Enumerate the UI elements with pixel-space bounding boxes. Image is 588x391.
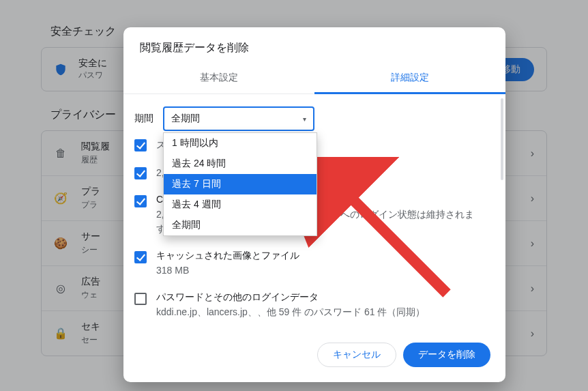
clear-browsing-data-dialog: 閲覧履歴データを削除 基本設定 詳細設定 期間 全期間 1 時間以内過去 24 … [123,27,505,382]
clear-option-row: キャッシュされた画像とファイル318 MB [134,250,488,278]
time-range-option[interactable]: 過去 4 週間 [164,194,317,215]
time-range-option[interactable]: 1 時間以内 [164,133,317,154]
dialog-footer: キャンセル データを削除 [123,333,505,382]
clear-option-sub: 318 MB [156,263,299,278]
time-range-label: 期間 [134,113,153,125]
time-range-option[interactable]: 過去 24 時間 [164,154,317,174]
clear-option-checkbox[interactable] [134,139,147,151]
clear-option-row: パスワードとその他のログインデータkddi.ne.jp、lancers.jp、、… [134,291,488,319]
scrollbar[interactable] [501,98,503,333]
dialog-tabs: 基本設定 詳細設定 [123,65,505,94]
time-range-option[interactable]: 過去 7 日間 [164,174,317,194]
cancel-button[interactable]: キャンセル [317,343,396,367]
clear-option-checkbox[interactable] [134,293,147,305]
clear-option-title: パスワードとその他のログインデータ [156,291,425,304]
dialog-body: 期間 全期間 1 時間以内過去 24 時間過去 7 日間過去 4 週間全期間 ス… [123,94,505,333]
time-range-dropdown: 1 時間以内過去 24 時間過去 7 日間過去 4 週間全期間 [163,132,317,236]
time-range-select[interactable]: 全期間 1 時間以内過去 24 時間過去 7 日間過去 4 週間全期間 [163,106,314,131]
time-range-value: 全期間 [171,113,200,125]
time-range-option[interactable]: 全期間 [164,215,317,235]
tab-advanced[interactable]: 詳細設定 [314,65,505,94]
clear-option-checkbox[interactable] [134,195,147,207]
clear-data-button[interactable]: データを削除 [403,343,490,367]
clear-option-checkbox[interactable] [134,251,147,263]
clear-option-checkbox[interactable] [134,167,147,179]
dialog-title: 閲覧履歴データを削除 [123,27,505,65]
clear-option-sub: kddi.ne.jp、lancers.jp、、他 59 件 のパスワード 61 … [156,305,425,319]
tab-basic[interactable]: 基本設定 [123,65,314,93]
clear-option-title: キャッシュされた画像とファイル [156,250,299,262]
